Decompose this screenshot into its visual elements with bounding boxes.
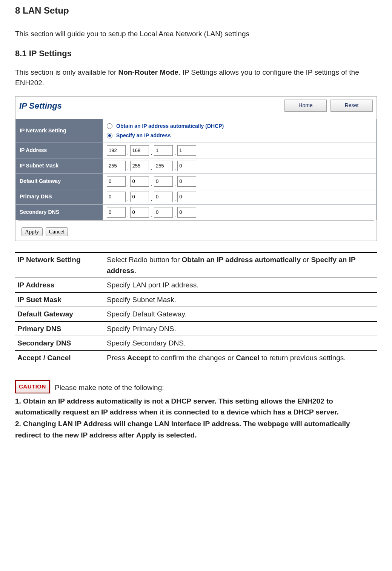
caution-lead-line: CAUTION Please make note of the followin… [15, 380, 377, 393]
sdns-octet-2[interactable] [130, 207, 149, 218]
row-primary-dns: Primary DNS . . . [16, 189, 377, 204]
bold: Obtain an IP address automatically [182, 256, 301, 264]
cell-ip-network-setting: Obtain an IP address automatically (DHCP… [103, 119, 377, 143]
subsection-title: 8.1 IP Settings [15, 47, 377, 60]
desc-text: Specify Primary DNS. [105, 321, 377, 336]
description-table: IP Network Setting Select Radio button f… [15, 252, 377, 365]
label-subnet-mask: IP Subnet Mask [16, 158, 103, 173]
header-buttons: Home Reset [284, 100, 373, 112]
dot-icon: . [174, 181, 176, 187]
subsection-intro: This section is only available for Non-R… [15, 67, 377, 89]
desc-text: Specify LAN port IP address. [105, 278, 377, 292]
section-title: 8 LAN Setup [15, 4, 377, 17]
dot-icon: . [174, 166, 176, 171]
radio-specify[interactable]: Specify an IP address [107, 131, 372, 140]
caution-item-1: 1. Obtain an IP address automatically is… [15, 396, 377, 418]
desc-text: Specify Secondary DNS. [105, 336, 377, 350]
text: Select Radio button for [107, 256, 182, 264]
desc-row: Accept / Cancel Press Accept to confirm … [15, 350, 377, 365]
dot-icon: . [151, 197, 152, 202]
dot-icon: . [127, 166, 129, 171]
pdns-octet-1[interactable] [107, 192, 126, 202]
dot-icon: . [127, 181, 129, 187]
dot-icon: . [151, 181, 152, 187]
radio-dhcp[interactable]: Obtain an IP address automatically (DHCP… [107, 121, 372, 131]
desc-label: Default Gateway [15, 307, 105, 321]
ip-settings-panel: IP Settings Home Reset IP Network Settin… [15, 96, 377, 241]
mask-octet-2[interactable] [130, 161, 149, 171]
non-router-mode-bold: Non-Router Mode [118, 68, 178, 76]
ip-octet-1[interactable] [107, 145, 126, 156]
cell-ip-address: . . . [103, 143, 377, 158]
panel-title: IP Settings [19, 100, 284, 112]
label-ip-address: IP Address [16, 143, 103, 158]
bold: Cancel [236, 354, 259, 362]
mask-octet-3[interactable] [154, 161, 173, 171]
desc-label: IP Address [15, 278, 105, 292]
sdns-octet-3[interactable] [154, 207, 173, 218]
intro-text: This section will guide you to setup the… [15, 29, 377, 40]
mask-octet-1[interactable] [107, 161, 126, 171]
dot-icon: . [127, 197, 129, 202]
gw-octet-4[interactable] [177, 176, 196, 187]
desc-row: IP Suet Mask Specify Subnet Mask. [15, 292, 377, 307]
ip-octet-4[interactable] [177, 145, 196, 156]
label-default-gateway: Default Gateway [16, 173, 103, 189]
dot-icon: . [174, 197, 176, 202]
radio-dhcp-label: Obtain an IP address automatically (DHCP… [116, 122, 224, 130]
text: to return previous settings. [259, 354, 346, 362]
dot-icon: . [127, 212, 129, 218]
dot-icon: . [151, 212, 152, 218]
desc-row: Default Gateway Specify Default Gateway. [15, 307, 377, 321]
desc-row: Primary DNS Specify Primary DNS. [15, 321, 377, 336]
caution-item-2: 2. Changing LAN IP Address will change L… [15, 418, 377, 441]
desc-row: IP Address Specify LAN port IP address. [15, 278, 377, 292]
ip-octet-3[interactable] [154, 145, 173, 156]
caution-lead-text: Please make note of the following: [55, 384, 164, 391]
ip-octet-2[interactable] [130, 145, 149, 156]
radio-specify-label: Specify an IP address [116, 132, 171, 140]
label-secondary-dns: Secondary DNS [16, 204, 103, 220]
gw-octet-3[interactable] [154, 176, 173, 187]
text: This section is only available for [15, 68, 118, 76]
cancel-button[interactable]: Cancel [46, 227, 68, 236]
text: or [301, 256, 311, 264]
desc-text: Specify Default Gateway. [105, 307, 377, 321]
reset-button[interactable]: Reset [331, 100, 373, 112]
mask-octet-4[interactable] [177, 161, 196, 171]
panel-footer: Apply Cancel [18, 220, 374, 241]
row-ip-address: IP Address . . . [16, 143, 377, 158]
gw-octet-1[interactable] [107, 176, 126, 187]
row-subnet-mask: IP Subnet Mask . . . [16, 158, 377, 173]
config-table: IP Network Setting Obtain an IP address … [15, 119, 377, 220]
dot-icon: . [174, 212, 176, 218]
label-ip-network-setting: IP Network Setting [16, 119, 103, 143]
desc-label: IP Suet Mask [15, 292, 105, 307]
desc-text: Specify Subnet Mask. [105, 292, 377, 307]
sdns-octet-4[interactable] [177, 207, 196, 218]
dot-icon: . [174, 150, 176, 156]
radio-icon [107, 133, 112, 138]
pdns-octet-4[interactable] [177, 192, 196, 202]
dot-icon: . [151, 166, 152, 171]
bold: Accept [127, 354, 151, 362]
panel-header: IP Settings Home Reset [15, 97, 377, 119]
desc-text: Select Radio button for Obtain an IP add… [105, 252, 377, 278]
row-ip-network-setting: IP Network Setting Obtain an IP address … [16, 119, 377, 143]
desc-label: IP Network Setting [15, 252, 105, 278]
desc-text: Press Accept to confirm the changes or C… [105, 350, 377, 365]
row-secondary-dns: Secondary DNS . . . [16, 204, 377, 220]
home-button[interactable]: Home [284, 100, 327, 112]
gw-octet-2[interactable] [130, 176, 149, 187]
apply-button[interactable]: Apply [22, 227, 43, 236]
desc-label: Accept / Cancel [15, 350, 105, 365]
label-primary-dns: Primary DNS [16, 189, 103, 204]
text: to confirm the changes or [151, 354, 236, 362]
text: Press [107, 354, 127, 362]
caution-list: 1. Obtain an IP address automatically is… [15, 396, 377, 441]
dot-icon: . [127, 150, 129, 156]
text: . [134, 267, 136, 275]
sdns-octet-1[interactable] [107, 207, 126, 218]
pdns-octet-3[interactable] [154, 192, 173, 202]
pdns-octet-2[interactable] [130, 192, 149, 202]
